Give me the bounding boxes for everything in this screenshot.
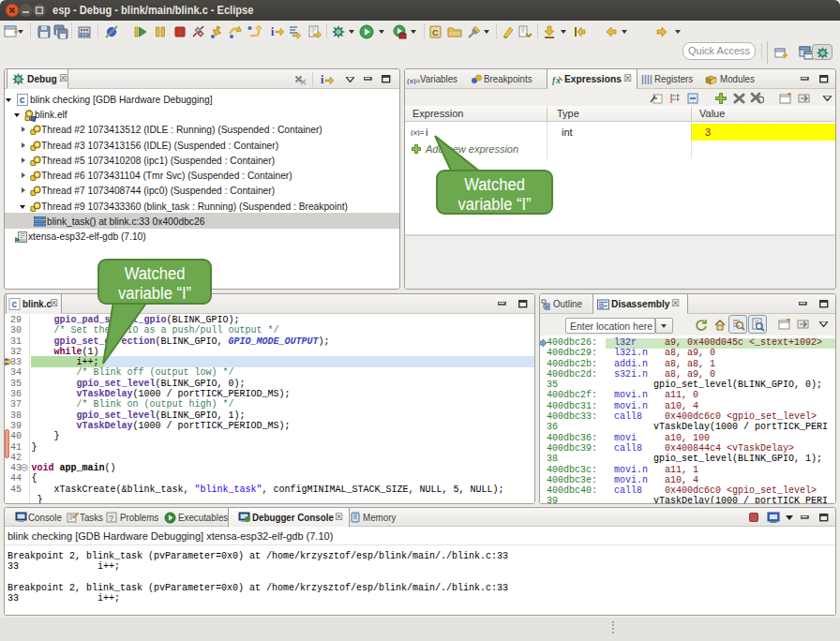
svg-text:010: 010 [80,32,90,37]
svg-text:i: i [271,25,275,38]
svg-text:(x)=: (x)= [407,77,420,84]
svg-text:c: c [20,95,25,105]
svg-text:C: C [432,28,439,37]
svg-text:?: ? [109,514,113,523]
svg-text:i: i [321,73,324,85]
svg-text:c: c [12,299,18,309]
svg-text:(x)=: (x)= [411,128,425,136]
